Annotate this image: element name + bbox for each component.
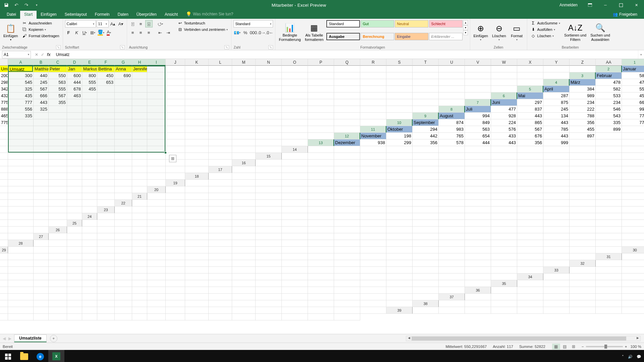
cell[interactable] <box>115 267 132 274</box>
volume-icon[interactable]: 🔊 <box>628 355 633 359</box>
cell[interactable] <box>622 166 644 173</box>
cell[interactable] <box>147 267 166 274</box>
cell[interactable] <box>282 200 308 206</box>
tray-chevron-icon[interactable]: ˄ <box>622 355 624 359</box>
cell[interactable]: 440 <box>34 72 49 79</box>
cell[interactable] <box>97 180 115 186</box>
cell[interactable] <box>386 294 413 300</box>
cell[interactable]: 533 <box>596 93 622 99</box>
cell[interactable] <box>491 253 517 260</box>
cell[interactable]: Jennifer <box>132 66 147 72</box>
cell[interactable] <box>308 79 334 86</box>
cell[interactable] <box>596 180 622 186</box>
cell[interactable] <box>256 186 282 193</box>
cell[interactable] <box>232 247 256 253</box>
find-select-button[interactable]: 🔍Suchen und Auswählen <box>589 20 611 45</box>
column-header[interactable]: J <box>166 59 185 66</box>
cell[interactable]: 384 <box>570 86 596 93</box>
column-header[interactable]: V <box>465 59 491 66</box>
cell[interactable] <box>0 287 8 294</box>
cell[interactable] <box>8 300 34 307</box>
cell[interactable] <box>209 86 232 93</box>
cell[interactable] <box>115 106 132 113</box>
cell[interactable] <box>8 253 34 260</box>
cell[interactable] <box>282 160 308 166</box>
cell[interactable] <box>209 79 232 86</box>
sheet-nav-next-icon[interactable]: ▶ <box>8 336 11 341</box>
cell[interactable] <box>166 139 185 146</box>
page-break-view-icon[interactable]: ⊞ <box>570 344 578 350</box>
cell[interactable] <box>570 213 596 220</box>
cell[interactable] <box>232 213 256 220</box>
cell[interactable] <box>49 133 67 139</box>
cell[interactable]: 474 <box>622 79 644 86</box>
accounting-format-icon[interactable]: 💶▾ <box>233 29 241 36</box>
cell[interactable] <box>82 99 97 106</box>
redo-icon[interactable]: ↷ <box>23 1 30 9</box>
cell[interactable] <box>232 287 256 294</box>
sheet-tab-active[interactable]: Umsatzliste <box>14 335 47 342</box>
cell[interactable] <box>282 300 308 307</box>
tab-datei[interactable]: Datei <box>3 11 20 19</box>
cell[interactable] <box>67 166 82 173</box>
cell[interactable] <box>282 227 308 233</box>
cell[interactable] <box>596 186 622 193</box>
cell[interactable] <box>115 133 132 139</box>
cell[interactable] <box>115 79 132 86</box>
cell[interactable] <box>439 227 465 233</box>
cell[interactable] <box>570 287 596 294</box>
cell[interactable] <box>360 193 386 200</box>
cell[interactable] <box>308 274 334 280</box>
cell[interactable]: 666 <box>34 93 49 99</box>
cell[interactable] <box>308 93 334 99</box>
cell[interactable] <box>517 280 543 287</box>
cell[interactable] <box>67 139 82 146</box>
cell[interactable] <box>413 193 439 200</box>
sort-filter-button[interactable]: A↓ZSortieren und Filtern <box>563 20 588 45</box>
cell[interactable] <box>622 240 644 247</box>
cell[interactable] <box>115 314 132 320</box>
cell[interactable] <box>282 180 308 186</box>
cell[interactable] <box>166 260 185 267</box>
cell[interactable] <box>308 106 334 113</box>
cell[interactable] <box>360 274 386 280</box>
cell[interactable] <box>491 274 517 280</box>
cell[interactable] <box>282 93 308 99</box>
cell[interactable] <box>543 260 570 267</box>
cell[interactable] <box>439 180 465 186</box>
cell[interactable] <box>67 180 82 186</box>
cell[interactable] <box>132 173 147 180</box>
cell[interactable]: 989 <box>570 93 596 99</box>
cell[interactable] <box>256 240 282 247</box>
cell[interactable]: September <box>413 119 439 126</box>
cell[interactable]: 928 <box>491 113 517 119</box>
cell[interactable] <box>439 66 465 72</box>
cell[interactable] <box>282 267 308 274</box>
cell[interactable] <box>132 300 147 307</box>
cell[interactable] <box>132 106 147 113</box>
cell[interactable] <box>67 186 82 193</box>
cell[interactable] <box>386 213 413 220</box>
cell[interactable] <box>413 240 439 247</box>
sign-in-button[interactable]: Anmelden <box>555 3 582 7</box>
cell[interactable] <box>209 307 232 314</box>
zoom-in-icon[interactable]: + <box>625 345 627 349</box>
cell[interactable] <box>543 247 570 253</box>
cell[interactable] <box>0 240 8 247</box>
cell[interactable] <box>232 294 256 300</box>
cell[interactable] <box>8 220 34 227</box>
cell[interactable]: 875 <box>543 99 570 106</box>
cell[interactable]: 582 <box>596 86 622 93</box>
cell[interactable] <box>334 153 360 160</box>
normal-view-icon[interactable]: ▦ <box>552 344 560 350</box>
cell[interactable] <box>185 72 209 79</box>
cell[interactable] <box>596 173 622 180</box>
cell[interactable] <box>115 186 132 193</box>
row-header[interactable]: 4 <box>543 79 570 86</box>
cell[interactable] <box>132 133 147 139</box>
cell[interactable]: 874 <box>439 119 465 126</box>
dialog-launcher-icon[interactable]: ⤡ <box>56 45 61 49</box>
cell[interactable] <box>596 260 622 267</box>
cell[interactable] <box>34 146 49 153</box>
cell[interactable] <box>596 294 622 300</box>
